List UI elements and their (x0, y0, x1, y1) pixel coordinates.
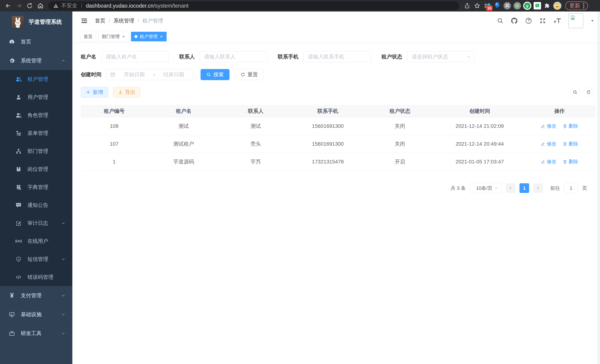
chevron-down-icon (61, 293, 66, 298)
tab-home[interactable]: 首页 (80, 32, 96, 41)
filter-create-time: 创建时间 开始日期 - 结束日期 (81, 69, 194, 80)
browser-back-button[interactable] (3, 1, 13, 10)
search-button[interactable]: 搜索 (201, 69, 229, 80)
tab-tenant[interactable]: 租户管理 (131, 32, 167, 41)
calendar-icon (110, 72, 115, 77)
goto-page-input[interactable] (564, 183, 578, 193)
export-button[interactable]: 导出 (113, 87, 141, 98)
close-icon[interactable] (160, 35, 163, 38)
star-icon (474, 3, 480, 9)
extension-badge-count: 10 (486, 6, 493, 11)
app-logo[interactable]: 芋道管理系统 (0, 11, 72, 32)
sidebar-item-label: 错误码管理 (28, 274, 53, 281)
github-icon (511, 17, 518, 25)
sidebar-item-user[interactable]: 用户管理 (0, 88, 72, 106)
font-size-button[interactable] (553, 17, 562, 24)
dictionary-icon (14, 184, 23, 190)
extension-yudao[interactable]: y (523, 1, 532, 10)
refresh-icon (240, 72, 245, 77)
next-page-button[interactable] (533, 183, 543, 193)
edit-link[interactable]: 修改 (541, 123, 556, 129)
breadcrumb-system[interactable]: 系统管理 (113, 17, 134, 24)
page-size-select[interactable]: 10条/页 (470, 183, 502, 193)
navbar-actions (497, 13, 594, 28)
sidebar-item-label: 字典管理 (28, 184, 48, 191)
sidebar-item-tenant[interactable]: 租户管理 (0, 70, 72, 88)
fullscreen-button[interactable] (539, 17, 546, 24)
sidebar-item-label: 在线用户 (28, 238, 48, 245)
chevron-up-icon (61, 58, 66, 63)
sidebar-item-audit-log[interactable]: 审计日志 (0, 214, 72, 232)
refresh-table-button[interactable] (584, 87, 593, 97)
sidebar-item-home[interactable]: 首页 (0, 32, 72, 51)
delete-link[interactable]: 删除 (563, 159, 578, 165)
cell-status: 关闭 (364, 123, 436, 130)
page-number-1[interactable]: 1 (519, 183, 529, 193)
mobile-input[interactable] (303, 51, 371, 62)
date-range-picker[interactable]: 开始日期 - 结束日期 (106, 69, 194, 80)
page-scrollbar[interactable] (597, 11, 600, 364)
browser-home-button[interactable] (36, 1, 45, 10)
delete-link[interactable]: 删除 (563, 123, 578, 129)
toggle-search-button[interactable] (570, 87, 580, 97)
edit-link[interactable]: 修改 (541, 141, 556, 147)
add-button[interactable]: 新增 (81, 87, 108, 98)
user-avatar[interactable] (568, 13, 583, 28)
extension-recorder[interactable] (513, 1, 522, 10)
extension-profile[interactable] (553, 1, 562, 10)
sidebar-item-label: 部门管理 (28, 148, 48, 155)
sidebar-item-pay[interactable]: ¥ 支付管理 (0, 286, 72, 305)
extension-tabs-badge[interactable]: 10 (483, 1, 491, 10)
post-badge-icon (14, 166, 23, 172)
sidebar-item-devtools[interactable]: 研发工具 (0, 324, 72, 343)
status-select[interactable]: 请选择租户状态 (407, 51, 475, 62)
sidebar-item-label: 租户管理 (28, 76, 48, 83)
header-search-button[interactable] (497, 18, 504, 24)
sidebar-item-post[interactable]: 岗位管理 (0, 160, 72, 178)
sidebar-item-dict[interactable]: 字典管理 (0, 178, 72, 196)
address-bar[interactable]: 不安全 dashboard.yudao.iocoder.cn/system/te… (48, 1, 459, 10)
bookmark-button[interactable] (473, 1, 481, 10)
sidebar-item-dept[interactable]: 部门管理 (0, 142, 72, 160)
user-menu-caret[interactable] (590, 19, 594, 23)
docs-help-button[interactable] (525, 17, 532, 24)
extensions-menu[interactable] (543, 1, 552, 10)
sidebar-item-sms[interactable]: 短信管理 (0, 250, 72, 268)
puzzle-icon (544, 3, 551, 9)
delete-link[interactable]: 删除 (563, 141, 578, 147)
sidebar-item-notice[interactable]: 通知公告 (0, 196, 72, 214)
sidebar-collapse-button[interactable] (80, 16, 89, 25)
prev-page-button[interactable] (506, 183, 516, 193)
github-link[interactable] (511, 17, 518, 25)
reset-button[interactable]: 重置 (235, 69, 264, 80)
extension-command[interactable]: ⌘ (503, 1, 512, 10)
tenant-name-input[interactable] (101, 51, 169, 62)
filter-row-2: 创建时间 开始日期 - 结束日期 搜索 重置 (81, 69, 596, 80)
share-button[interactable] (463, 1, 471, 10)
browser-update-button[interactable]: 更新 (565, 1, 588, 10)
sidebar-item-role[interactable]: 角色管理 (0, 106, 72, 124)
sidebar-item-infra[interactable]: 基础设施 (0, 305, 72, 324)
column-header: 联系手机 (292, 108, 364, 115)
column-header: 联系人 (220, 108, 292, 115)
home-icon (37, 2, 44, 9)
sidebar-item-system[interactable]: 系统管理 (0, 51, 72, 70)
sidebar-item-menu[interactable]: 菜单管理 (0, 124, 72, 142)
sidebar-item-online-users[interactable]: 在线用户 (0, 232, 72, 250)
browser-reload-button[interactable] (25, 1, 35, 10)
edit-link[interactable]: 修改 (541, 159, 556, 165)
contact-input[interactable] (200, 51, 267, 62)
edit-label: 修改 (547, 141, 556, 147)
breadcrumb: 首页 / 系统管理 / 租户管理 (95, 17, 163, 24)
tab-dept[interactable]: 部门管理 (98, 32, 129, 41)
org-tree-icon (14, 148, 23, 154)
extension-chat[interactable] (533, 1, 542, 10)
browser-forward-button[interactable] (14, 1, 24, 10)
extension-balloon[interactable] (493, 1, 501, 10)
cell-tenant-name: 测试 (148, 123, 220, 130)
breadcrumb-home[interactable]: 首页 (95, 17, 105, 24)
logo-image (12, 16, 24, 28)
sidebar-item-errcode[interactable]: 错误码管理 (0, 268, 72, 286)
close-icon[interactable] (122, 35, 125, 38)
browser-menu-dots-icon (583, 3, 585, 9)
